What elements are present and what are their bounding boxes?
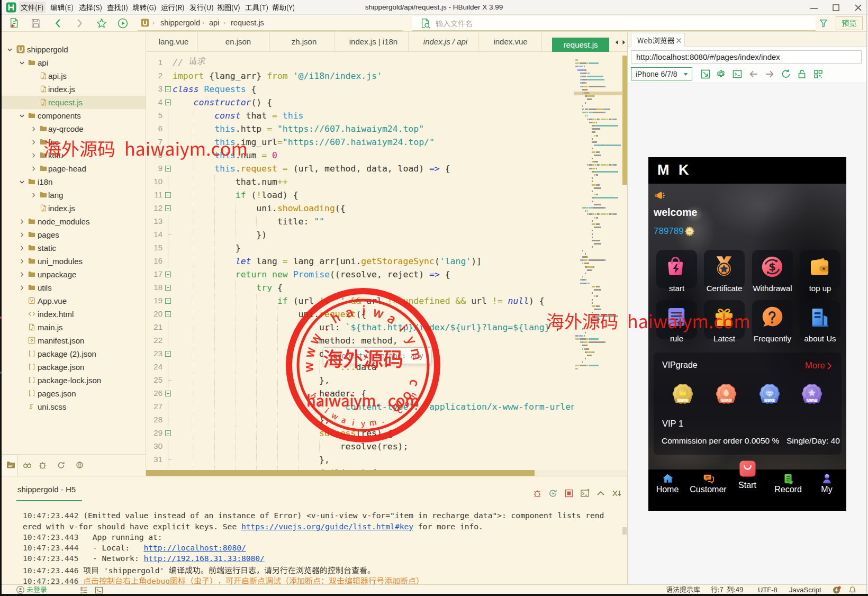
tree-item-node-modules[interactable]: node_modules [2, 215, 146, 228]
preview-button[interactable] [836, 16, 863, 30]
tree-item-ay-qrcode[interactable]: ay-qrcode [2, 122, 146, 136]
fold-marker[interactable] [165, 391, 171, 396]
fold-marker[interactable] [165, 166, 171, 171]
console-scrollbar-thumb[interactable] [622, 527, 627, 535]
preview-tab[interactable] [631, 33, 685, 47]
console-restart-button[interactable] [548, 488, 558, 499]
tree-item-static[interactable]: static [2, 241, 146, 255]
search-tab-icon[interactable] [23, 460, 32, 469]
console-clear-button[interactable] [611, 488, 622, 499]
qr-code-button[interactable] [811, 67, 825, 80]
login-status[interactable] [26, 585, 47, 594]
vip-more-link[interactable]: More [805, 360, 825, 371]
tree-item-app-vue[interactable]: App.vue [2, 294, 146, 308]
file-search-box[interactable] [412, 16, 816, 31]
person-icon[interactable] [821, 473, 833, 484]
syntax-lib-status[interactable] [666, 585, 700, 594]
save-button[interactable] [30, 17, 42, 30]
vip-badge-vip4-icon[interactable]: VIP4 [799, 381, 825, 407]
tree-item-package-lock-json[interactable]: package-lock.json [2, 374, 146, 387]
minimap[interactable] [574, 52, 622, 454]
panel-divider[interactable] [627, 32, 628, 584]
editor-tab-index-vue[interactable]: index.vue [480, 32, 542, 51]
tree-item-package-2-json[interactable]: package (2).json [2, 347, 146, 360]
tree-item-pages-json[interactable]: pages.json [2, 387, 146, 400]
console-collapse-button[interactable] [595, 488, 606, 499]
tree-item-api[interactable]: api [2, 56, 146, 69]
chevron-down-icon[interactable] [19, 113, 25, 119]
editor-horizontal-scrollbar[interactable] [146, 470, 627, 476]
chevron-right-icon[interactable] [19, 258, 25, 264]
bell-icon[interactable] [848, 586, 856, 594]
chevron-right-icon[interactable] [19, 272, 25, 277]
outline-list-icon[interactable] [80, 586, 88, 594]
vip-badge-vip1-icon[interactable]: VIP1 [670, 381, 695, 407]
vip-badge-vip3-icon[interactable]: VIP3 [757, 381, 782, 407]
fold-marker[interactable] [165, 351, 171, 357]
editor-tab-en-json[interactable]: en.json [207, 32, 270, 51]
tree-item-page-head[interactable]: page-head [2, 162, 146, 175]
chevron-down-icon[interactable] [7, 47, 13, 52]
fold-marker[interactable] [165, 205, 171, 211]
fold-marker[interactable] [165, 311, 171, 317]
chevron-down-icon[interactable] [19, 179, 25, 185]
tree-item-components[interactable]: components [2, 109, 146, 122]
tree-item-package-json[interactable]: package.json [2, 360, 146, 374]
tabs-scroll-left-icon[interactable] [614, 39, 619, 46]
console-tab[interactable]: shippergold - H5 [17, 485, 76, 494]
vscroll-thumb[interactable] [622, 56, 627, 185]
tree-item-index-js[interactable]: index.js [2, 83, 146, 96]
hscroll-thumb[interactable] [146, 470, 535, 476]
console-terminal-button[interactable] [730, 67, 744, 80]
editor-vertical-scrollbar[interactable] [622, 52, 627, 454]
doc-star-icon[interactable] [783, 473, 794, 484]
chevron-right-icon[interactable] [31, 166, 37, 171]
files-tab-icon[interactable] [6, 460, 15, 469]
tree-item-lang[interactable]: lang [2, 188, 146, 202]
sync-tab-icon[interactable] [57, 460, 66, 469]
console-link[interactable]: http://localhost:8080/ [143, 543, 246, 552]
fold-marker[interactable] [165, 100, 171, 105]
chevron-right-icon[interactable] [19, 285, 25, 291]
tree-item-i18n[interactable]: i18n [2, 175, 146, 188]
editor-tab-zh-json[interactable]: zh.json [274, 32, 335, 51]
open-external-button[interactable] [699, 67, 712, 80]
editor-tab-request-js[interactable]: request.js [552, 38, 609, 52]
console-debug-button[interactable] [532, 488, 542, 499]
tree-item-main-js[interactable]: main.js [2, 321, 146, 334]
preview-tab-close-icon[interactable] [676, 38, 682, 43]
tree-item-shippergold[interactable]: shippergold [2, 43, 146, 56]
tree-item-index-html[interactable]: index.html [2, 308, 146, 321]
tree-item-uni-scss[interactable]: uni.scss [2, 400, 146, 413]
chevron-right-icon[interactable] [31, 152, 37, 158]
chevron-right-icon[interactable] [19, 219, 25, 224]
console-new-terminal-button[interactable] [580, 488, 590, 499]
tree-item-uni-modules[interactable]: uni_modules [2, 255, 146, 268]
console-link[interactable]: https://vuejs.org/guide/list.html#key [241, 522, 413, 531]
settings-gear-button[interactable] [715, 67, 728, 80]
back-button[interactable] [52, 17, 65, 30]
fold-marker[interactable] [165, 86, 171, 92]
tree-item-unpackage[interactable]: unpackage [2, 268, 146, 281]
tree-item-utils[interactable]: utils [2, 281, 146, 294]
chevron-right-icon[interactable] [19, 232, 25, 238]
star-button[interactable] [95, 17, 108, 30]
vip-badge-vip2-icon[interactable]: VIP2 [713, 381, 739, 407]
tree-item-request-js[interactable]: request.js [2, 96, 146, 109]
fold-marker[interactable] [165, 272, 171, 277]
breadcrumb-item-2[interactable]: request.js [231, 19, 264, 27]
chevron-right-icon[interactable] [19, 245, 25, 251]
nav-back-button[interactable] [747, 67, 760, 80]
editor-tab-index-js-i18n[interactable]: index.js | i18n [339, 32, 409, 51]
terminal-icon[interactable] [95, 586, 103, 594]
tree-item-manifest-json[interactable]: manifest.json [2, 334, 146, 347]
breadcrumb-item-1[interactable]: api [209, 19, 219, 27]
fold-marker[interactable] [165, 192, 171, 198]
chat-icon[interactable] [703, 473, 714, 484]
fold-marker[interactable] [165, 430, 171, 436]
breadcrumb-item-0[interactable]: shippergold [160, 19, 200, 27]
home-icon[interactable] [662, 473, 673, 484]
editor-tab-lang-vue[interactable]: lang.vue [150, 32, 198, 51]
chevron-right-icon[interactable] [31, 126, 37, 132]
tree-item-pages[interactable]: pages [2, 228, 146, 241]
